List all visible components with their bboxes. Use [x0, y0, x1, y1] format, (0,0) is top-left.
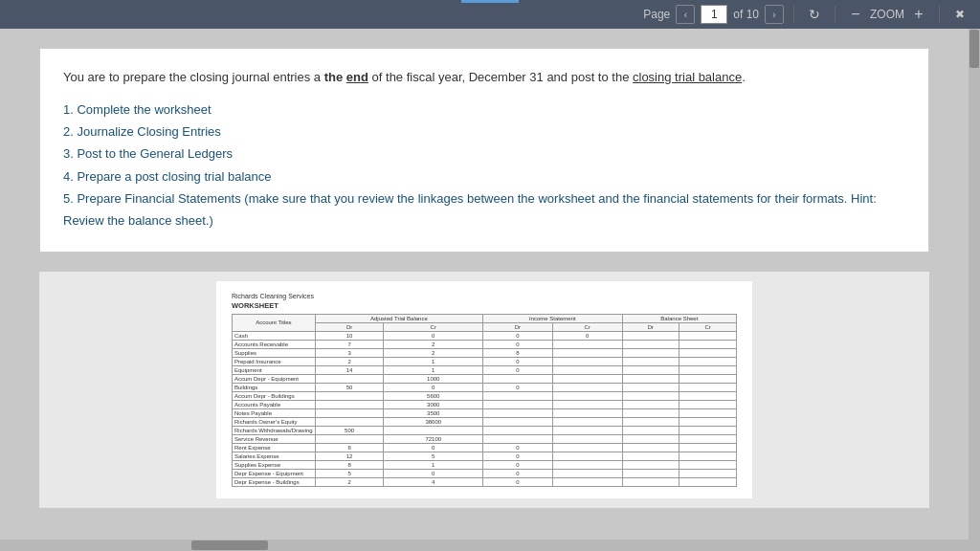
worksheet-box: Richards Cleaning Services WORKSHEET Acc… [216, 281, 752, 498]
separator-2 [835, 6, 835, 23]
scrollbar-thumb [969, 30, 979, 68]
table-row: Buildings5000 [233, 383, 737, 391]
page-label: Page [643, 8, 670, 21]
table-row: Notes Payable3500 [233, 408, 737, 417]
instructions-list: 1. Complete the worksheet 2. Journalize … [63, 99, 905, 232]
zoom-controls: − ZOOM + [845, 4, 929, 25]
is-dr-header: Dr [483, 322, 553, 331]
bottom-scrollbar-thumb [191, 540, 268, 550]
zoom-out-button[interactable]: − [845, 4, 866, 25]
table-row: Accum Depr - Buildings5600 [233, 391, 737, 400]
table-row: Cash10000 [233, 331, 737, 340]
list-item-5: 5. Prepare Financial Statements (make su… [63, 187, 905, 232]
list-item-3: 3. Post to the General Ledgers [63, 143, 905, 165]
prev-page-button[interactable]: ‹ [676, 5, 695, 24]
instructions-intro: You are to prepare the closing journal e… [63, 68, 905, 87]
table-row: Rent Expense600 [233, 443, 737, 452]
table-row: Salaries Expense1250 [233, 452, 737, 460]
atb-dr-header: Dr [315, 322, 384, 331]
right-scrollbar[interactable] [969, 29, 980, 551]
table-row: Prepaid Insurance210 [233, 357, 737, 365]
worksheet-preview-container: Richards Cleaning Services WORKSHEET Acc… [39, 272, 929, 508]
next-page-button[interactable]: › [765, 5, 784, 24]
account-header: Account Titles [233, 314, 316, 331]
table-row: Accum Depr - Equipment1000 [233, 374, 737, 383]
bottom-scrollbar[interactable] [0, 540, 969, 551]
table-row: Richards Owner's Equity38000 [233, 417, 737, 426]
ws-title: WORKSHEET [232, 301, 737, 310]
table-row: Equipment1410 [233, 365, 737, 374]
table-row: Service Revenue72100 [233, 434, 737, 443]
table-row: Accounts Payable3000 [233, 400, 737, 408]
instructions-box: You are to prepare the closing journal e… [39, 48, 929, 253]
refresh-button[interactable]: ↻ [804, 4, 825, 25]
list-item-4: 4. Prepare a post closing trial balance [63, 165, 905, 187]
ws-company: Richards Cleaning Services [232, 293, 737, 299]
table-row: Richards Withdrawals/Drawing500 [233, 426, 737, 434]
separator-1 [793, 6, 794, 23]
worksheet-table: Account Titles Adjusted Trial Balance In… [232, 314, 737, 487]
main-content: You are to prepare the closing journal e… [0, 29, 969, 551]
page-total: of 10 [733, 8, 759, 21]
toolbar: Page ‹ of 10 › ↻ − ZOOM + ✖ [0, 0, 980, 29]
is-cr-header: Cr [552, 322, 622, 331]
zoom-label: ZOOM [870, 8, 904, 21]
list-item-2: 2. Journalize Closing Entries [63, 121, 905, 143]
page-input[interactable] [701, 5, 727, 24]
atb-header: Adjusted Trial Balance [315, 314, 482, 322]
bs-dr-header: Dr [622, 322, 679, 331]
table-row: Accounts Receivable720 [233, 340, 737, 348]
bs-cr-header: Cr [679, 322, 737, 331]
balance-header: Balance Sheet [622, 314, 736, 322]
zoom-in-button[interactable]: + [908, 4, 929, 25]
table-row: Supplies328 [233, 348, 737, 357]
atb-cr-header: Cr [384, 322, 483, 331]
list-item-1: 1. Complete the worksheet [63, 99, 905, 121]
toolbar-accent [461, 0, 519, 3]
income-header: Income Statement [483, 314, 623, 322]
table-row: Supplies Expense810 [233, 460, 737, 469]
separator-3 [939, 6, 940, 23]
table-row: Depr Expense - Buildings240 [233, 477, 737, 486]
table-row: Depr Expense - Equipment500 [233, 469, 737, 477]
expand-button[interactable]: ✖ [949, 4, 970, 25]
